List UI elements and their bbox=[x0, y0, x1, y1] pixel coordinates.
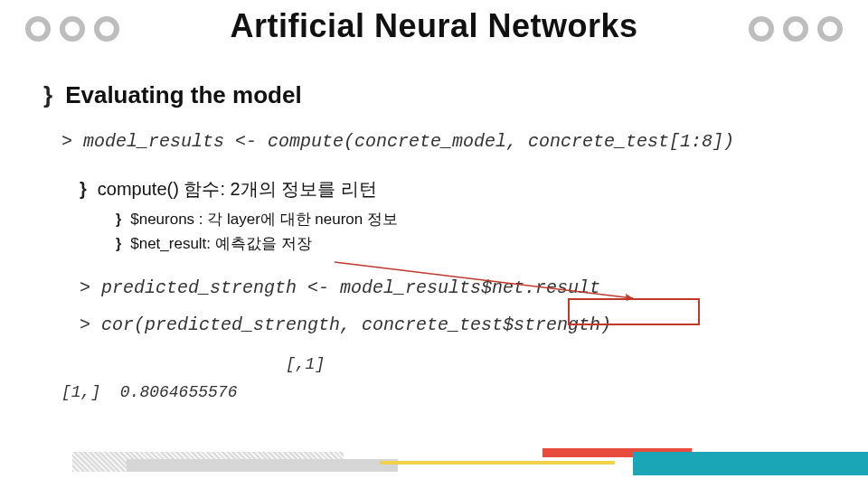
content-area: } Evaluating the model > model_results <… bbox=[43, 81, 825, 401]
result-row: [1,] 0.8064655576 bbox=[61, 383, 825, 401]
section-heading: Evaluating the model bbox=[65, 81, 302, 109]
code-block: > predicted_strength <- model_results$ne… bbox=[61, 277, 825, 401]
brace-bullet-icon: } bbox=[116, 236, 121, 252]
code-predicted: > predicted_strength <- model_results$ne… bbox=[80, 277, 825, 298]
section-heading-row: } Evaluating the model bbox=[43, 81, 825, 109]
bullet-row: } $neurons : 각 layer에 대한 neuron 정보 bbox=[116, 209, 825, 230]
bullet-text: $net_result: 예측값을 저장 bbox=[130, 233, 311, 254]
footer-decor bbox=[72, 448, 868, 475]
sub-heading: compute() 함수: 2개의 정보를 리턴 bbox=[98, 177, 377, 202]
sub-heading-row: } compute() 함수: 2개의 정보를 리턴 bbox=[80, 177, 825, 202]
code-compute: > model_results <- compute(concrete_mode… bbox=[61, 131, 825, 152]
code-cor: > cor(predicted_strength, concrete_test$… bbox=[80, 314, 825, 335]
footer-bar bbox=[127, 459, 398, 472]
brace-bullet-icon: } bbox=[116, 211, 121, 228]
slide-title: Artificial Neural Networks bbox=[0, 7, 868, 45]
bullet-text: $neurons : 각 layer에 대한 neuron 정보 bbox=[130, 209, 398, 230]
footer-bar bbox=[380, 461, 615, 465]
slide: Artificial Neural Networks } Evaluating … bbox=[0, 0, 868, 488]
result-header: [,1] bbox=[188, 352, 825, 378]
brace-bullet-icon: } bbox=[80, 179, 87, 200]
brace-bullet-icon: } bbox=[43, 81, 52, 109]
bullet-row: } $net_result: 예측값을 저장 bbox=[116, 233, 825, 254]
footer-bar bbox=[633, 452, 868, 475]
